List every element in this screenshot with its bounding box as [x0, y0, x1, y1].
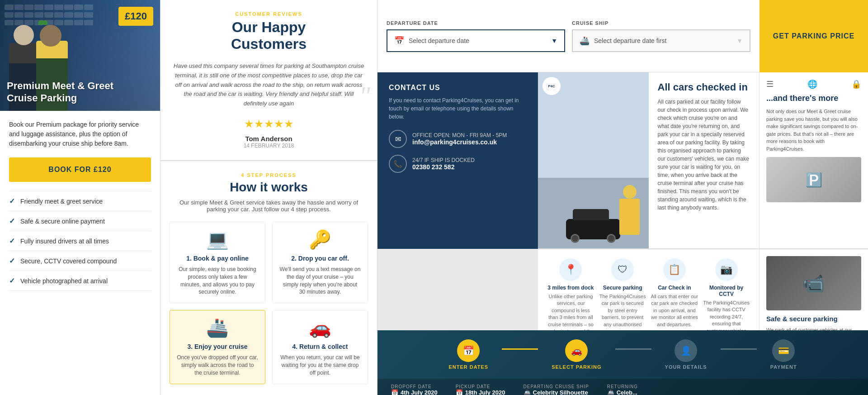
departure-select-text: Select departure date — [409, 37, 547, 44]
cctv-icon: 📷 — [715, 258, 738, 281]
booking-info-row: DROPOFF DATE 📅 4th July 2020 PICKUP DATE… — [377, 379, 868, 395]
more-title: ...and there's more — [766, 94, 861, 103]
step-enter-dates[interactable]: 📅 ENTER DATES — [448, 339, 488, 370]
pickup-info: PICKUP DATE 📅 18th July 2020 — [456, 384, 505, 395]
checked-in-content: All cars checked in All cars parked at o… — [649, 72, 760, 248]
price-badge: £120 — [118, 7, 153, 26]
premium-description: Book our Premium package for priority se… — [9, 120, 151, 148]
stepper-line-1 — [502, 348, 538, 350]
book-button[interactable]: BOOK FOR £120 — [9, 157, 151, 182]
review-text: Have used this company several times for… — [172, 62, 366, 109]
check-icon-1: ✓ — [9, 197, 15, 205]
departure-select[interactable]: 📅 Select departure date ▼ — [387, 29, 565, 52]
feature-block-2: 🛡 Secure parking The Parking4Cruises car… — [599, 258, 646, 342]
feature-3-title: Car Check in — [658, 285, 691, 291]
quote-mark: " — [359, 74, 370, 118]
enter-dates-circle: 📅 — [457, 339, 480, 362]
get-price-button[interactable]: GET PARKING PRICE — [773, 32, 854, 40]
dropoff-value: 📅 4th July 2020 — [391, 389, 438, 395]
safe-parking-image: 📹 — [766, 256, 861, 310]
feature-block-3: 📋 Car Check in All cars that enter our c… — [651, 258, 698, 342]
your-details-circle: 👤 — [675, 339, 697, 362]
your-details-label: YOUR DETAILS — [665, 364, 707, 370]
shield-icon: 🛡 — [611, 258, 634, 281]
stepper-line-3 — [721, 348, 757, 350]
step-your-details[interactable]: 👤 YOUR DETAILS — [665, 339, 707, 370]
phone-value: 02380 232 582 — [412, 163, 475, 171]
premium-title: Premium Meet & GreetCruise Parking — [7, 80, 113, 104]
enter-dates-label: ENTER DATES — [448, 364, 488, 370]
stepper-line-2 — [615, 348, 651, 350]
step-4-text: When you return, your car will be waitin… — [279, 354, 361, 376]
contact-phone-item: 📞 24/7 IF SHIP IS DOCKED 02380 232 582 — [389, 155, 526, 173]
ship-icon-step: 🚢 — [206, 317, 229, 338]
reviews-label: CUSTOMER REVIEWS — [235, 11, 302, 17]
feature-item-2: ✓ Safe & secure online payment — [9, 211, 151, 231]
step-4-title: 4. Return & collect — [292, 343, 348, 350]
step-1-title: 1. Book & pay online — [186, 255, 249, 262]
phone-label: 24/7 IF SHIP IS DOCKED — [412, 157, 475, 163]
step-3-text: Once you've dropped off your car, simply… — [177, 354, 258, 376]
contact-card: CONTACT US If you need to contact Parkin… — [377, 72, 538, 249]
step-1-text: Our simple, easy to use booking process … — [177, 266, 258, 296]
contact-email-item: ✉ OFFICE OPEN: MON - FRI 9AM - 5PM info@… — [389, 130, 526, 148]
feature-3-text: All cars that enter our car park are che… — [651, 293, 698, 328]
returning-label: RETURNING — [607, 384, 638, 389]
dropoff-label: DROPOFF DATE — [391, 384, 438, 389]
returning-ship-icon: 🚢 — [607, 389, 614, 395]
cruise-label: CRUISE SHIP — [572, 20, 750, 26]
calendar-icon: 📅 — [394, 36, 404, 46]
select-parking-label: SELECT PARKING — [552, 364, 601, 370]
ship-icon: 🚢 — [580, 36, 590, 46]
laptop-icon: 💻 — [206, 229, 229, 250]
check-icon-5: ✓ — [9, 276, 15, 285]
feature-1-title: 3 miles from dock — [547, 285, 594, 291]
email-icon: ✉ — [389, 130, 407, 148]
returning-info: RETURNING 🚢 Celeb... — [607, 384, 638, 395]
parking-image-icon: 🅿️ — [806, 172, 822, 188]
process-label: 4 STEP PROCESS — [241, 172, 297, 178]
get-price-card[interactable]: GET PARKING PRICE — [760, 0, 868, 72]
more-image: 🅿️ — [766, 157, 861, 202]
chevron-down-icon: ▼ — [551, 37, 557, 44]
step-2-title: 2. Drop you car off. — [291, 255, 349, 262]
step-1: 💻 1. Book & pay online Our simple, easy … — [170, 222, 265, 303]
dropoff-calendar-icon: 📅 — [391, 389, 398, 395]
reviews-title: Our HappyCustomers — [231, 19, 307, 52]
feature-item-3: ✓ Fully insured drivers at all times — [9, 231, 151, 251]
cruise-ship-value: 🚢 Celebrity Silhouette — [524, 389, 589, 395]
cruise-select[interactable]: 🚢 Select departure date first ▼ — [572, 29, 750, 52]
review-date: 14 FEBRUARY 2018 — [244, 143, 294, 149]
cruise-ship-label: DEPARTING CRUISE SHIP — [524, 384, 589, 389]
departure-label: DEPARTURE DATE — [387, 20, 565, 26]
step-3: 🚢 3. Enjoy your cruise Once you've dropp… — [170, 310, 265, 384]
steps-grid: 💻 1. Book & pay online Our simple, easy … — [170, 222, 368, 384]
payment-circle: 💳 — [772, 339, 795, 362]
feature-list: ✓ Friendly meet & greet service ✓ Safe &… — [9, 191, 151, 291]
cruise-field: CRUISE SHIP 🚢 Select departure date firs… — [572, 20, 750, 52]
step-4: 🚗 4. Return & collect When you return, y… — [272, 310, 368, 384]
key-icon: 🔑 — [309, 229, 331, 250]
step-2: 🔑 2. Drop you car off. We'll send you a … — [272, 222, 368, 303]
checked-in-image: P4C — [538, 72, 649, 248]
menu-icon: ☰ — [766, 79, 774, 89]
feature-item-1: ✓ Friendly meet & greet service — [9, 191, 151, 211]
reviews-card: CUSTOMER REVIEWS Our HappyCustomers Have… — [160, 0, 377, 161]
more-icons-row: ☰ 🌐 🔒 — [766, 79, 861, 89]
cruise-select-text: Select departure date first — [594, 37, 732, 44]
select-parking-circle: 🚗 — [565, 339, 588, 362]
booking-top: DEPARTURE DATE 📅 Select departure date ▼… — [377, 0, 760, 72]
phone-icon: 📞 — [389, 155, 407, 173]
step-select-parking[interactable]: 🚗 SELECT PARKING — [552, 339, 601, 370]
checked-in-text: All cars parked at our facility follow o… — [658, 98, 750, 212]
feature-2-text: The Parking4Cruises car park is secured … — [599, 293, 646, 335]
feature-4-title: Monitored by CCTV — [703, 285, 750, 297]
security-camera-icon: 📹 — [802, 273, 825, 294]
feature-2-title: Secure parking — [603, 285, 642, 291]
checked-in-card: P4C All cars checked in All cars parked … — [538, 72, 760, 249]
payment-label: PAYMENT — [770, 364, 797, 370]
contact-description: If you need to contact Parking4Cruises, … — [389, 96, 526, 121]
premium-card: £120 Premium Meet & GreetCruise Parking … — [0, 0, 160, 395]
how-description: Our simple Meet & Greet service takes aw… — [170, 199, 368, 213]
step-payment[interactable]: 💳 PAYMENT — [770, 339, 797, 370]
